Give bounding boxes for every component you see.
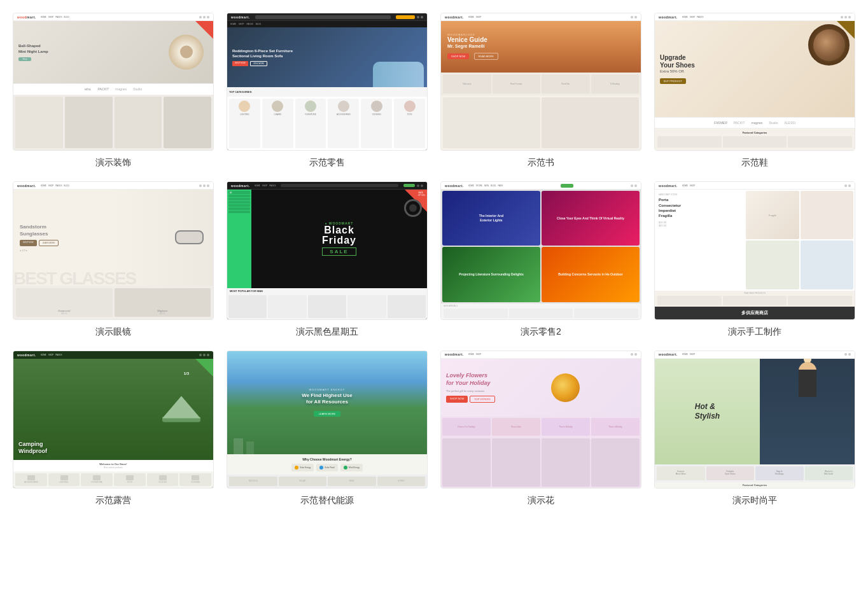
demo-label-fashion: 演示时尚平 <box>732 495 777 506</box>
demo-thumbnail-blackfriday[interactable]: woodmart. HOME SHOP PAGES All <box>227 181 428 319</box>
demo-label-shoes: 示范鞋 <box>741 157 768 169</box>
demo-label-handcraft: 演示手工制作 <box>728 326 781 338</box>
demo-thumbnail-book[interactable]: woodmart. HOME SHOP WOODMARLOOK Venice G… <box>440 13 641 151</box>
demo-item-energy[interactable]: WOODMART ENERGY We Find Highest Usefor A… <box>227 351 428 506</box>
demo-item-decor[interactable]: woodmart. HOME SHOP PAGES BLOG <box>13 13 214 169</box>
demo-item-retail[interactable]: woodmart. HOME SHOP PAGES BLOG <box>227 13 428 169</box>
demo-label-camping: 示范露营 <box>95 495 131 506</box>
demo-label-blackfriday: 演示黑色星期五 <box>296 326 358 338</box>
demo-thumbnail-flowers[interactable]: woodmart. HOME SHOP Lovely Flowersfor Yo… <box>440 351 641 489</box>
demo-item-blackfriday[interactable]: woodmart. HOME SHOP PAGES All <box>227 181 428 337</box>
demo-thumbnail-camping[interactable]: woodmart. HOME SHOP PAGES Cam <box>13 351 214 489</box>
demo-item-fashion[interactable]: woodmart. HOME SHOP Hot &Stylish <box>654 351 855 506</box>
demo-thumbnail-decor[interactable]: woodmart. HOME SHOP PAGES BLOG <box>13 13 214 151</box>
demo-thumbnail-handcraft[interactable]: woodmart. HOME SHOP HANDCRAFT STORE Port… <box>654 181 855 319</box>
demo-nav: woodmart. HOME SHOP PAGES BLOG <box>13 13 213 21</box>
demo-item-shoes[interactable]: woodmart. HOME SHOP PAGES Upg <box>654 13 855 169</box>
demo-thumbnail-energy[interactable]: WOODMART ENERGY We Find Highest Usefor A… <box>227 351 428 489</box>
corner-badge <box>195 21 213 39</box>
demo-label-book: 示范书 <box>528 157 554 169</box>
demos-grid: woodmart. HOME SHOP PAGES BLOG <box>13 13 855 506</box>
demo-item-camping[interactable]: woodmart. HOME SHOP PAGES Cam <box>13 351 214 506</box>
demo-item-book[interactable]: woodmart. HOME SHOP WOODMARLOOK Venice G… <box>440 13 641 169</box>
demo-thumbnail-retail[interactable]: woodmart. HOME SHOP PAGES BLOG <box>227 13 428 151</box>
demo-thumbnail-fashion[interactable]: woodmart. HOME SHOP Hot &Stylish <box>654 351 855 489</box>
demo-label-retail2: 演示零售2 <box>521 326 561 338</box>
demo-label-decor: 演示装饰 <box>95 157 131 169</box>
demo-label-flowers: 演示花 <box>528 495 554 506</box>
demo-thumbnail-retail2[interactable]: woodmart. HOME STORE NEW BLOG PAGE <box>440 181 641 319</box>
demo-label-sunglasses: 演示眼镜 <box>95 326 131 338</box>
demo-item-retail2[interactable]: woodmart. HOME STORE NEW BLOG PAGE <box>440 181 641 337</box>
demo-item-flowers[interactable]: woodmart. HOME SHOP Lovely Flowersfor Yo… <box>440 351 641 506</box>
demo-label-retail: 示范零售 <box>309 157 345 169</box>
demo-thumbnail-shoes[interactable]: woodmart. HOME SHOP PAGES Upg <box>654 13 855 151</box>
demo-thumbnail-sunglasses[interactable]: woodmart. HOME SHOP PAGES BLOG BEST GLAS… <box>13 181 214 319</box>
handcraft-footer-label: 多供应商商店 <box>741 310 768 316</box>
demo-item-sunglasses[interactable]: woodmart. HOME SHOP PAGES BLOG BEST GLAS… <box>13 181 214 337</box>
demo-label-energy: 示范替代能源 <box>300 495 354 506</box>
demo-item-handcraft[interactable]: woodmart. HOME SHOP HANDCRAFT STORE Port… <box>654 181 855 337</box>
